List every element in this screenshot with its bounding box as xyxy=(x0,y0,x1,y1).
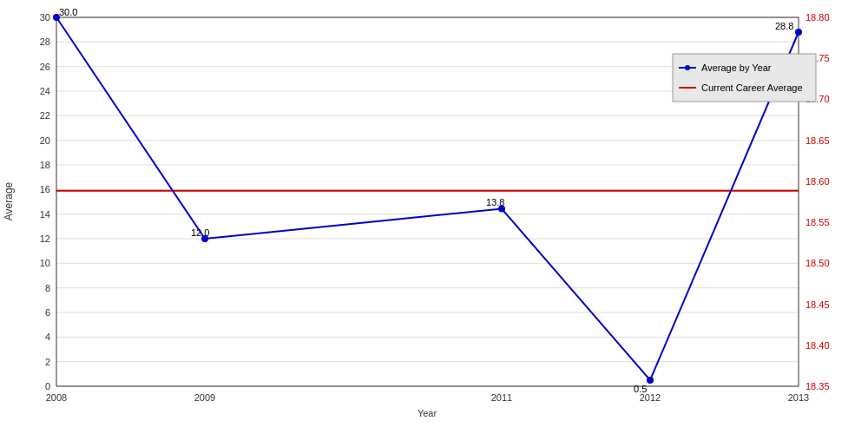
svg-text:26: 26 xyxy=(40,62,50,72)
svg-text:18: 18 xyxy=(40,160,50,170)
svg-text:28: 28 xyxy=(40,36,50,47)
svg-text:6: 6 xyxy=(45,307,50,318)
label-2011: 13.8 xyxy=(486,197,504,207)
svg-text:18.45: 18.45 xyxy=(806,299,830,310)
data-point-2013 xyxy=(795,29,802,36)
label-2012: 0.5 xyxy=(634,384,647,394)
svg-text:18.55: 18.55 xyxy=(806,217,830,227)
y-axis-left-label: Average xyxy=(3,181,15,220)
svg-text:18.60: 18.60 xyxy=(806,176,830,187)
svg-text:2009: 2009 xyxy=(194,392,215,403)
legend-avg-label: Average by Year xyxy=(701,62,772,73)
data-point-2012 xyxy=(647,377,654,384)
svg-text:20: 20 xyxy=(40,135,50,146)
svg-text:24: 24 xyxy=(40,86,50,96)
svg-text:2008: 2008 xyxy=(46,392,67,403)
chart-svg: 0 2 4 6 8 10 12 14 16 18 20 22 24 26 28 … xyxy=(0,0,868,434)
svg-text:10: 10 xyxy=(40,258,50,268)
svg-text:30: 30 xyxy=(40,12,50,23)
svg-text:2: 2 xyxy=(45,357,50,367)
svg-text:0: 0 xyxy=(45,381,50,391)
svg-text:18.50: 18.50 xyxy=(806,258,830,268)
svg-text:16: 16 xyxy=(40,184,50,194)
svg-text:18.80: 18.80 xyxy=(806,12,830,23)
legend-avg-dot xyxy=(685,65,690,70)
legend-box xyxy=(673,54,816,102)
svg-text:8: 8 xyxy=(45,283,50,293)
svg-text:18.40: 18.40 xyxy=(806,340,830,351)
label-2013: 28.8 xyxy=(775,21,793,31)
label-2008: 30.0 xyxy=(59,7,77,17)
x-axis-label: Year xyxy=(418,408,437,418)
svg-text:18.65: 18.65 xyxy=(806,135,830,146)
svg-text:18.35: 18.35 xyxy=(806,381,830,391)
svg-text:14: 14 xyxy=(40,209,50,220)
svg-text:2013: 2013 xyxy=(788,392,809,403)
svg-text:22: 22 xyxy=(40,110,50,121)
svg-text:2011: 2011 xyxy=(491,392,512,403)
svg-text:4: 4 xyxy=(45,332,50,342)
legend-career-label: Current Career Average xyxy=(701,82,803,93)
chart-container: 0 2 4 6 8 10 12 14 16 18 20 22 24 26 28 … xyxy=(0,0,868,434)
label-2009: 12.0 xyxy=(191,227,209,238)
svg-text:12: 12 xyxy=(40,233,50,244)
